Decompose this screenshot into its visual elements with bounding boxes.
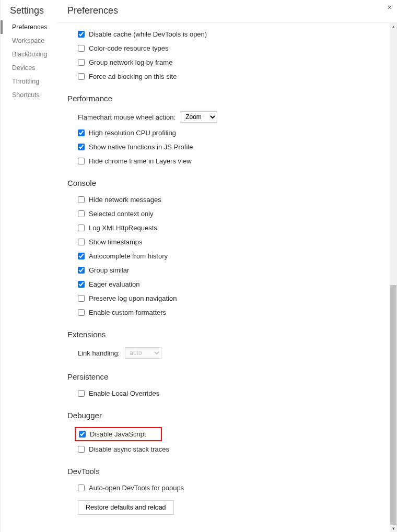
devtools-label-0[interactable]: Auto-open DevTools for popups <box>89 484 184 492</box>
flamechart-select[interactable]: Zoom <box>181 111 217 123</box>
scrollbar-track[interactable]: ▴ ▾ <box>390 23 397 532</box>
debugger-checkbox-0[interactable] <box>78 446 85 453</box>
console-label-6[interactable]: Eager evaluation <box>89 280 140 288</box>
disable-javascript-highlight: Disable JavaScript <box>75 427 162 441</box>
performance-checkbox-2[interactable] <box>78 158 85 164</box>
section-debugger-title: Debugger <box>67 411 390 420</box>
network-label-1[interactable]: Color-code resource types <box>89 44 168 52</box>
console-label-7[interactable]: Preserve log upon navigation <box>89 294 177 302</box>
network-checkbox-3[interactable] <box>78 73 85 80</box>
console-row: Preserve log upon navigation <box>78 291 390 305</box>
console-checkbox-8[interactable] <box>78 309 85 316</box>
flamechart-label: Flamechart mouse wheel action: <box>78 113 176 121</box>
disable-javascript-label[interactable]: Disable JavaScript <box>90 430 146 438</box>
console-checkbox-3[interactable] <box>78 239 85 245</box>
console-label-0[interactable]: Hide network messages <box>89 196 161 204</box>
devtools-checkbox-0[interactable] <box>78 484 85 491</box>
performance-checkbox-1[interactable] <box>78 144 85 150</box>
console-row: Hide network messages <box>78 193 390 207</box>
console-checkbox-1[interactable] <box>78 210 85 217</box>
sidebar-item-blackboxing[interactable]: Blackboxing <box>1 48 57 61</box>
console-label-1[interactable]: Selected context only <box>89 210 154 218</box>
console-checkbox-6[interactable] <box>78 281 85 288</box>
page-title: Preferences <box>57 0 397 23</box>
section-extensions-title: Extensions <box>67 330 390 339</box>
persistence-label-0[interactable]: Enable Local Overrides <box>89 389 159 397</box>
section-persistence-title: Persistence <box>67 372 390 381</box>
console-label-4[interactable]: Autocomplete from history <box>89 252 168 260</box>
sidebar-item-workspace[interactable]: Workspace <box>1 34 57 48</box>
network-label-2[interactable]: Group network log by frame <box>89 58 172 66</box>
link-handling-label: Link handling: <box>78 349 120 357</box>
network-checkbox-1[interactable] <box>78 45 85 52</box>
performance-label-1[interactable]: Show native functions in JS Profile <box>89 143 193 151</box>
scrollbar-thumb[interactable] <box>390 285 396 527</box>
scroll-up-arrow[interactable]: ▴ <box>390 23 397 30</box>
debugger-label-0[interactable]: Disable async stack traces <box>89 445 169 453</box>
preferences-content: Disable cache (while DevTools is open)Co… <box>57 23 390 532</box>
network-row: Force ad blocking on this site <box>78 69 390 84</box>
network-checkbox-0[interactable] <box>78 31 85 38</box>
console-row: Eager evaluation <box>78 277 390 291</box>
sidebar-item-preferences[interactable]: Preferences <box>1 20 57 34</box>
console-checkbox-7[interactable] <box>78 295 85 302</box>
section-console-title: Console <box>67 179 390 187</box>
network-row: Disable cache (while DevTools is open) <box>78 27 390 41</box>
debugger-row: Disable async stack traces <box>78 442 390 456</box>
console-row: Group similar <box>78 263 390 277</box>
performance-row: Show native functions in JS Profile <box>78 140 390 154</box>
console-checkbox-2[interactable] <box>78 224 85 231</box>
sidebar-item-throttling[interactable]: Throttling <box>1 75 57 88</box>
console-checkbox-5[interactable] <box>78 267 85 274</box>
persistence-checkbox-0[interactable] <box>78 390 85 397</box>
settings-container: Settings PreferencesWorkspaceBlackboxing… <box>0 0 397 532</box>
network-label-0[interactable]: Disable cache (while DevTools is open) <box>89 30 207 38</box>
sidebar: Settings PreferencesWorkspaceBlackboxing… <box>1 0 57 532</box>
section-performance-title: Performance <box>67 94 390 103</box>
console-row: Enable custom formatters <box>78 305 390 320</box>
persistence-row: Enable Local Overrides <box>78 386 390 400</box>
main-panel: Preferences Disable cache (while DevTool… <box>57 0 397 532</box>
console-row: Autocomplete from history <box>78 249 390 263</box>
network-row: Group network log by frame <box>78 55 390 69</box>
sidebar-item-shortcuts[interactable]: Shortcuts <box>1 88 57 102</box>
network-row: Color-code resource types <box>78 41 390 55</box>
sidebar-title: Settings <box>1 5 57 20</box>
performance-label-0[interactable]: High resolution CPU profiling <box>89 129 176 137</box>
performance-checkbox-0[interactable] <box>78 129 85 136</box>
console-row: Log XMLHttpRequests <box>78 221 390 235</box>
network-checkbox-2[interactable] <box>78 59 85 66</box>
devtools-row: Auto-open DevTools for popups <box>78 481 390 495</box>
performance-row: High resolution CPU profiling <box>78 126 390 140</box>
disable-javascript-checkbox[interactable] <box>79 431 86 438</box>
scroll-down-arrow[interactable]: ▾ <box>390 525 397 532</box>
sidebar-item-devices[interactable]: Devices <box>1 61 57 75</box>
console-row: Selected context only <box>78 207 390 221</box>
console-label-3[interactable]: Show timestamps <box>89 238 143 246</box>
section-devtools-title: DevTools <box>67 467 390 476</box>
console-checkbox-0[interactable] <box>78 196 85 203</box>
console-label-8[interactable]: Enable custom formatters <box>89 309 166 316</box>
performance-row: Hide chrome frame in Layers view <box>78 154 390 168</box>
console-label-2[interactable]: Log XMLHttpRequests <box>89 224 157 232</box>
console-label-5[interactable]: Group similar <box>89 266 129 274</box>
network-label-3[interactable]: Force ad blocking on this site <box>89 73 177 80</box>
console-row: Show timestamps <box>78 235 390 249</box>
console-checkbox-4[interactable] <box>78 253 85 259</box>
performance-label-2[interactable]: Hide chrome frame in Layers view <box>89 157 192 165</box>
close-icon[interactable]: × <box>388 3 392 11</box>
restore-defaults-button[interactable]: Restore defaults and reload <box>78 500 174 515</box>
link-handling-select[interactable]: auto <box>125 347 161 359</box>
